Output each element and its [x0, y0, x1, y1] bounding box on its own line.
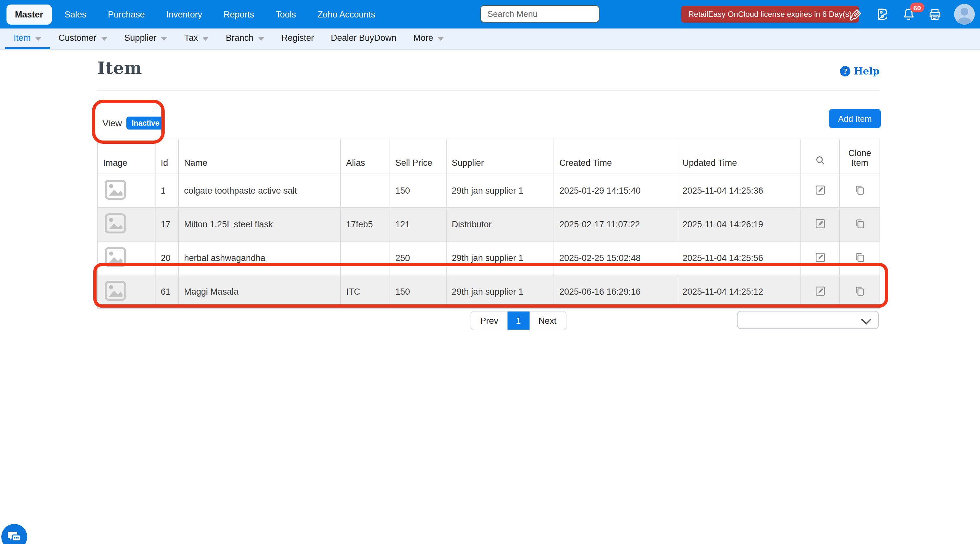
item-alias-cell: ITC	[340, 275, 390, 309]
page-size-select[interactable]	[737, 311, 879, 329]
license-warning-badge: RetailEasy OnCloud license expires in 6 …	[681, 6, 859, 23]
item-updated-time-cell: 2025-11-04 14:26:19	[677, 208, 801, 241]
zoho-apps-icon[interactable]	[875, 7, 889, 21]
page-title: Item	[97, 58, 142, 78]
subnav-item-label: Branch	[226, 33, 254, 43]
item-created-time-cell: 2025-06-16 16:29:16	[554, 275, 677, 309]
subnav-item-label: Supplier	[124, 33, 156, 43]
item-alias-cell	[340, 241, 390, 275]
subnav-item-label: Item	[14, 33, 31, 43]
topbar-tab-master[interactable]: Master	[6, 4, 51, 24]
subnav-item-branch[interactable]: Branch	[218, 29, 273, 49]
item-image-cell	[97, 174, 155, 208]
item-created-time-cell: 2025-01-29 14:15:40	[554, 174, 677, 208]
subnav-item-label: More	[413, 33, 433, 43]
item-edit-cell	[801, 275, 840, 309]
item-sell-price-cell: 121	[390, 208, 446, 241]
subnav-item-label: Register	[281, 33, 314, 43]
subnav-item-customer[interactable]: Customer	[50, 29, 116, 49]
clone-item-icon[interactable]	[854, 218, 865, 229]
subnav-item-supplier[interactable]: Supplier	[116, 29, 176, 49]
header-clone-item: Clone Item	[840, 139, 880, 174]
header-alias: Alias	[340, 139, 390, 174]
item-supplier-cell: 29th jan supplier 1	[446, 174, 554, 208]
item-sell-price-cell: 150	[390, 174, 446, 208]
item-image-placeholder-icon	[103, 178, 128, 202]
subnav-item-register[interactable]: Register	[273, 29, 323, 49]
clone-item-icon[interactable]	[854, 285, 865, 296]
subnav-item-dealer-buydown[interactable]: Dealer BuyDown	[323, 29, 405, 49]
topbar-tab-zoho-accounts[interactable]: Zoho Accounts	[309, 4, 384, 24]
chevron-down-icon	[438, 36, 444, 40]
search-column-header[interactable]	[801, 139, 840, 174]
item-name-cell: colgate toothpaste active salt	[178, 174, 340, 208]
add-item-button[interactable]: Add Item	[829, 109, 881, 128]
view-toggle-row: View Inactive	[102, 117, 165, 130]
edit-item-icon[interactable]	[815, 252, 826, 263]
subnav-item-item[interactable]: Item	[5, 29, 50, 49]
item-image-placeholder-icon	[103, 245, 128, 270]
item-id-cell: 1	[155, 174, 178, 208]
header-id: Id	[155, 139, 178, 174]
topbar-tab-sales[interactable]: Sales	[56, 4, 95, 24]
item-clone-cell	[840, 174, 880, 208]
item-supplier-cell: Distributor	[446, 208, 554, 241]
topbar-tab-inventory[interactable]: Inventory	[158, 4, 211, 24]
subnav-item-more[interactable]: More	[405, 29, 453, 49]
help-link[interactable]: ? Help	[840, 65, 880, 77]
help-question-icon: ?	[840, 66, 850, 76]
item-supplier-cell: 29th jan supplier 1	[446, 241, 554, 275]
header-updated-time: Updated Time	[677, 139, 801, 174]
chevron-down-icon	[202, 36, 209, 40]
item-updated-time-cell: 2025-11-04 14:25:56	[677, 241, 801, 275]
header-divider	[97, 90, 880, 90]
item-name-cell: herbal ashwagandha	[178, 241, 340, 275]
brush-icon[interactable]	[849, 8, 863, 21]
notifications-bell-icon[interactable]: 60	[902, 7, 916, 21]
item-updated-time-cell: 2025-11-04 14:25:12	[677, 275, 801, 309]
header-supplier: Supplier	[446, 139, 554, 174]
topbar-tab-reports[interactable]: Reports	[215, 4, 263, 24]
clone-item-icon[interactable]	[854, 252, 865, 263]
chevron-down-icon	[101, 36, 108, 40]
item-image-placeholder-icon	[103, 279, 128, 303]
item-name-cell: Milton 1.25L steel flask	[178, 208, 340, 241]
item-name-cell: Maggi Masala	[178, 275, 340, 309]
item-image-placeholder-icon	[103, 211, 128, 236]
table-row: 17Milton 1.25L steel flask17feb5121Distr…	[97, 208, 880, 241]
topbar-tab-tools[interactable]: Tools	[267, 4, 304, 24]
printer-icon[interactable]	[928, 8, 942, 21]
master-sub-navigation: ItemCustomerSupplierTaxBranchRegisterDea…	[0, 29, 980, 50]
item-created-time-cell: 2025-02-17 11:07:22	[554, 208, 677, 241]
chat-support-button[interactable]	[1, 524, 27, 544]
pagination-prev-button[interactable]: Prev	[471, 311, 508, 330]
view-label: View	[102, 118, 122, 128]
search-icon	[815, 155, 826, 166]
edit-item-icon[interactable]	[815, 184, 826, 195]
view-inactive-toggle[interactable]: Inactive	[126, 117, 165, 130]
chevron-down-icon	[258, 36, 264, 40]
pagination-page-1-button[interactable]: 1	[508, 311, 530, 330]
topbar-tab-purchase[interactable]: Purchase	[100, 4, 153, 24]
chevron-down-icon	[861, 314, 871, 324]
topbar-icon-group: 60	[849, 0, 975, 29]
edit-item-icon[interactable]	[815, 285, 826, 296]
subnav-item-tax[interactable]: Tax	[176, 29, 218, 49]
item-sell-price-cell: 250	[390, 241, 446, 275]
user-avatar[interactable]	[954, 4, 975, 25]
search-input[interactable]	[480, 5, 600, 23]
pagination-next-button[interactable]: Next	[530, 311, 566, 330]
notification-count-badge: 60	[910, 3, 924, 12]
item-created-time-cell: 2025-02-25 15:02:48	[554, 241, 677, 275]
item-id-cell: 20	[155, 241, 178, 275]
item-alias-cell: 17feb5	[340, 208, 390, 241]
clone-item-icon[interactable]	[854, 184, 865, 195]
subnav-item-label: Tax	[185, 33, 198, 43]
top-navigation-bar: MasterSalesPurchaseInventoryReportsTools…	[0, 0, 980, 29]
edit-item-icon[interactable]	[815, 218, 826, 229]
app-window: MasterSalesPurchaseInventoryReportsTools…	[0, 0, 980, 544]
item-sell-price-cell: 150	[390, 275, 446, 309]
item-image-cell	[97, 275, 155, 309]
topbar-tabs: MasterSalesPurchaseInventoryReportsTools…	[6, 0, 384, 29]
item-clone-cell	[840, 241, 880, 275]
